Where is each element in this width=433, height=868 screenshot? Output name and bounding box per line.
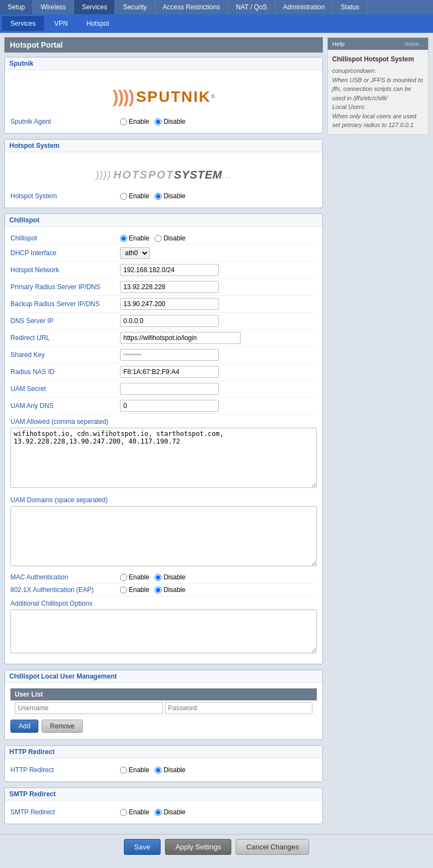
chillispot-enable-label[interactable]: Enable bbox=[120, 234, 149, 242]
smtp-redirect-title: SMTP Redirect bbox=[5, 788, 322, 801]
smtp-disable-label[interactable]: Disable bbox=[155, 808, 185, 816]
smtp-redirect-section: SMTP Redirect SMTP Redirect Enable Disab… bbox=[4, 787, 323, 824]
subnav-vpn[interactable]: VPN bbox=[46, 16, 76, 31]
apply-settings-button[interactable]: Apply Settings bbox=[165, 839, 231, 855]
smtp-enable-radio[interactable] bbox=[120, 809, 127, 816]
smtp-enable-label[interactable]: Enable bbox=[120, 808, 149, 816]
cancel-changes-button[interactable]: Cancel Changes bbox=[236, 839, 309, 855]
uam-domains-textarea[interactable] bbox=[10, 506, 317, 566]
mac-auth-disable-radio[interactable] bbox=[155, 574, 162, 581]
uam-domains-label: UAM Domains (space separated) bbox=[10, 496, 317, 504]
remove-user-button[interactable]: Remove bbox=[42, 720, 83, 733]
radius-nas-row: Radius NAS ID bbox=[10, 364, 317, 381]
add-user-button[interactable]: Add bbox=[10, 720, 38, 733]
nav-wireless[interactable]: Wireless bbox=[33, 0, 74, 14]
uam-any-dns-input[interactable] bbox=[120, 400, 219, 412]
username-input[interactable] bbox=[15, 702, 163, 714]
sputnik-disable-label[interactable]: Disable bbox=[155, 118, 185, 125]
http-disable-label[interactable]: Disable bbox=[155, 766, 185, 774]
backup-radius-row: Backup Radius Server IP/DNS bbox=[10, 296, 317, 313]
radius-nas-control bbox=[120, 366, 317, 378]
sputnik-agent-label: Sputnik Agent bbox=[10, 118, 120, 125]
sputnik-disable-radio[interactable] bbox=[155, 118, 162, 125]
dhcp-interface-row: DHCP Interface ath0 bbox=[10, 245, 317, 262]
chillispot-section: Chillispot Chillispot Enable Disable bbox=[4, 214, 323, 664]
chillispot-disable-label[interactable]: Disable bbox=[155, 234, 185, 242]
sputnik-enable-label[interactable]: Enable bbox=[120, 118, 149, 125]
eap-auth-disable-label[interactable]: Disable bbox=[155, 586, 185, 594]
dhcp-interface-select[interactable]: ath0 bbox=[120, 247, 150, 259]
sputnik-logo: )))) SPUTNIK ® bbox=[10, 76, 317, 116]
nav-access-restrictions[interactable]: Access Restrictions bbox=[155, 0, 229, 14]
radius-nas-input[interactable] bbox=[120, 366, 219, 378]
user-action-buttons: Add Remove bbox=[10, 716, 317, 734]
eap-auth-row: 802.1X Authentication (EAP) Enable Disab… bbox=[10, 584, 317, 596]
hotspot-network-input[interactable] bbox=[120, 264, 219, 276]
uam-secret-control bbox=[120, 383, 317, 395]
additional-options-row: Additional Chillispot Options bbox=[10, 596, 317, 658]
uam-allowed-label: UAM Allowed (comma seperated) bbox=[10, 418, 317, 426]
chillispot-label: Chillispot bbox=[10, 234, 120, 242]
smtp-disable-radio[interactable] bbox=[155, 809, 162, 816]
redirect-url-input[interactable] bbox=[120, 332, 241, 344]
eap-auth-enable-label[interactable]: Enable bbox=[120, 586, 149, 594]
eap-auth-disable-radio[interactable] bbox=[155, 587, 162, 594]
mac-auth-disable-label[interactable]: Disable bbox=[155, 573, 185, 581]
sputnik-enable-radio[interactable] bbox=[120, 118, 127, 125]
primary-radius-control bbox=[120, 281, 317, 293]
uam-secret-input[interactable] bbox=[120, 383, 219, 395]
help-content: Chillispot Hotspot System conup/condown:… bbox=[328, 50, 428, 134]
save-button[interactable]: Save bbox=[124, 839, 161, 855]
hotspot-system-control: Enable Disable bbox=[120, 192, 317, 200]
sputnik-section-title: Sputnik bbox=[5, 58, 322, 70]
hs-enable-radio[interactable] bbox=[120, 193, 127, 200]
chillispot-enable-radio[interactable] bbox=[120, 235, 127, 242]
hotspot-system-row: Hotspot System Enable Disable bbox=[10, 190, 317, 202]
hs-disable-label[interactable]: Disable bbox=[155, 192, 185, 200]
chillispot-control: Enable Disable bbox=[120, 234, 317, 242]
radius-nas-label: Radius NAS ID bbox=[10, 368, 120, 376]
sputnik-logo-text: SPUTNIK bbox=[136, 88, 211, 106]
backup-radius-input[interactable] bbox=[120, 298, 219, 310]
uam-secret-label: UAM Secret bbox=[10, 385, 120, 393]
uam-allowed-textarea[interactable]: wifihotspot.io, cdn.wifihotspot.io, star… bbox=[10, 428, 317, 488]
dns-server-input[interactable] bbox=[120, 315, 219, 327]
nav-status[interactable]: Status bbox=[333, 0, 367, 14]
help-more-link[interactable]: more... bbox=[405, 41, 424, 47]
hs-disable-radio[interactable] bbox=[155, 193, 162, 200]
http-enable-radio[interactable] bbox=[120, 767, 127, 774]
eap-auth-enable-radio[interactable] bbox=[120, 587, 127, 594]
left-panel: Hotspot Portal Sputnik )))) SPUTNIK ® Sp… bbox=[4, 37, 323, 830]
chillispot-disable-radio[interactable] bbox=[155, 235, 162, 242]
backup-radius-control bbox=[120, 298, 317, 310]
mac-auth-enable-label[interactable]: Enable bbox=[120, 573, 149, 581]
sub-navigation: Services VPN Hotspot bbox=[0, 14, 433, 33]
sputnik-reg-icon: ® bbox=[211, 94, 214, 100]
sputnik-waves-icon: )))) bbox=[113, 87, 134, 107]
nav-security[interactable]: Security bbox=[115, 0, 155, 14]
hs-enable-label[interactable]: Enable bbox=[120, 192, 149, 200]
primary-radius-input[interactable] bbox=[120, 281, 219, 293]
http-enable-label[interactable]: Enable bbox=[120, 766, 149, 774]
http-redirect-control: Enable Disable bbox=[120, 766, 317, 774]
hotspot-system-section: Hotspot System )))) HOTSPOTSYSTEM... Hot… bbox=[4, 139, 323, 208]
chillispot-row: Chillispot Enable Disable bbox=[10, 232, 317, 245]
hotspot-network-row: Hotspot Network bbox=[10, 262, 317, 279]
nav-administration[interactable]: Administration bbox=[275, 0, 333, 14]
shared-key-input[interactable] bbox=[120, 349, 219, 361]
nav-nat-qos[interactable]: NAT / QoS bbox=[228, 0, 275, 14]
password-input[interactable] bbox=[165, 702, 313, 714]
nav-services[interactable]: Services bbox=[74, 0, 115, 14]
help-header: Help more... bbox=[328, 38, 428, 50]
http-disable-radio[interactable] bbox=[155, 767, 162, 774]
subnav-services[interactable]: Services bbox=[2, 16, 44, 31]
nav-setup[interactable]: Setup bbox=[0, 0, 33, 14]
shared-key-row: Shared Key bbox=[10, 347, 317, 364]
additional-options-textarea[interactable] bbox=[10, 610, 317, 653]
subnav-hotspot[interactable]: Hotspot bbox=[78, 16, 117, 31]
shared-key-control bbox=[120, 349, 317, 361]
primary-radius-row: Primary Radius Server IP/DNS bbox=[10, 279, 317, 296]
eap-auth-control: Enable Disable bbox=[120, 586, 317, 594]
uam-any-dns-label: UAM Any DNS bbox=[10, 402, 120, 410]
mac-auth-enable-radio[interactable] bbox=[120, 574, 127, 581]
